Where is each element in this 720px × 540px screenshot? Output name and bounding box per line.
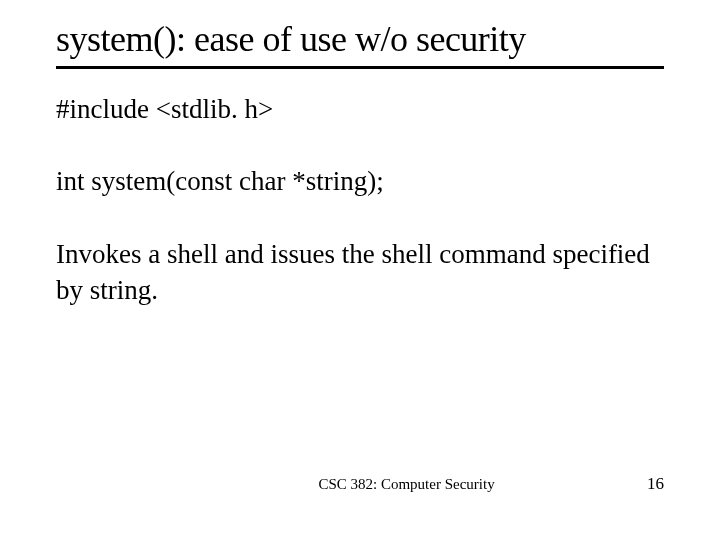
footer-course-label: CSC 382: Computer Security (166, 476, 647, 493)
slide-footer: CSC 382: Computer Security 16 (0, 474, 720, 494)
slide-container: system(): ease of use w/o security #incl… (0, 0, 720, 540)
title-underline (56, 66, 664, 69)
code-include-line: #include <stdlib. h> (56, 91, 664, 127)
code-signature-line: int system(const char *string); (56, 163, 664, 199)
description-text: Invokes a shell and issues the shell com… (56, 236, 664, 309)
footer-page-number: 16 (647, 474, 664, 494)
slide-title: system(): ease of use w/o security (56, 18, 664, 60)
